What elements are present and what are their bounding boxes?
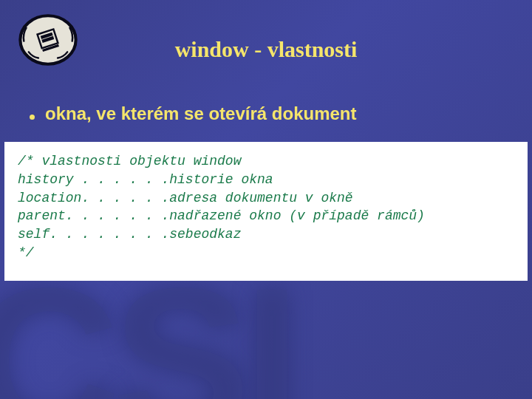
bullet-item: okna, ve kterém se otevírá dokument [30,103,510,124]
code-block: /* vlastnosti objektu window history . .… [4,142,528,281]
code-text: /* vlastnosti objektu window history . .… [18,152,514,262]
bullet-text: okna, ve kterém se otevírá dokument [45,103,357,124]
bullet-dot-icon [30,115,35,120]
slide-title: window - vlastnosti [0,37,532,62]
background-watermark: CSI [0,278,293,399]
